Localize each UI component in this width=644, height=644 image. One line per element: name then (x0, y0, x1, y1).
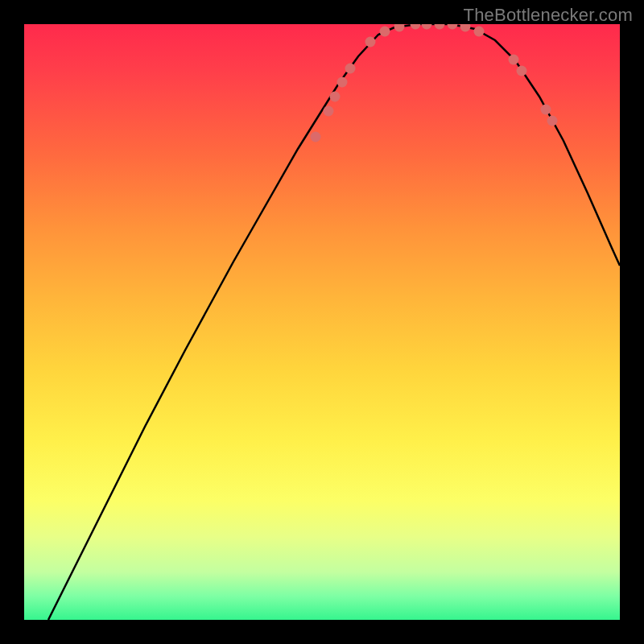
data-markers (311, 24, 558, 142)
chart-svg (24, 24, 620, 620)
data-marker (365, 37, 376, 47)
data-marker (541, 105, 551, 115)
data-marker (435, 24, 445, 30)
data-marker (411, 24, 421, 30)
data-marker (547, 116, 558, 126)
data-marker (448, 24, 458, 30)
data-marker (422, 24, 432, 30)
data-marker (474, 27, 485, 37)
data-marker (324, 106, 334, 117)
watermark-text: TheBottlenecker.com (464, 5, 633, 26)
bottleneck-curve (48, 24, 620, 620)
data-marker (330, 92, 341, 102)
data-marker (337, 77, 348, 88)
data-marker (394, 24, 405, 32)
chart-plot-area (24, 24, 620, 620)
data-marker (311, 132, 321, 142)
data-marker (380, 27, 390, 37)
data-marker (517, 66, 527, 76)
data-marker (345, 64, 356, 74)
data-marker (509, 55, 519, 65)
